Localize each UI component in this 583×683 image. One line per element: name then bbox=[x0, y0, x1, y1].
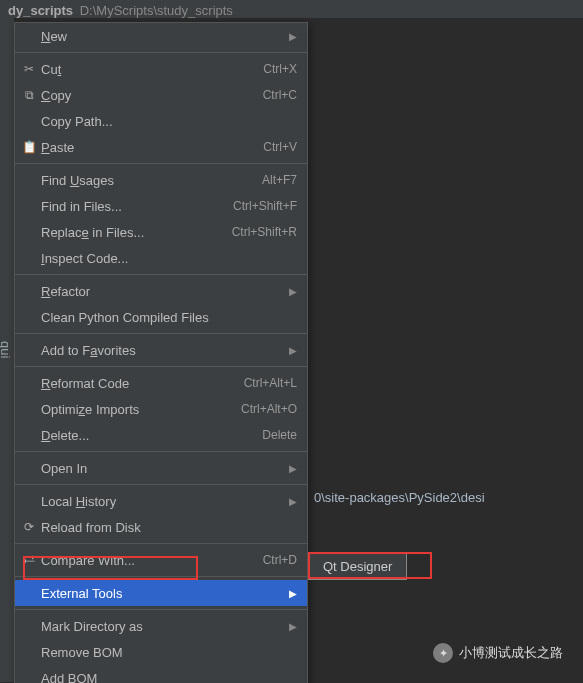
menu-cut[interactable]: ✂ CutCtrl+X bbox=[15, 56, 307, 82]
menu-separator bbox=[15, 543, 307, 544]
menu-external-tools[interactable]: External Tools▶ bbox=[15, 580, 307, 606]
paste-icon: 📋 bbox=[21, 140, 37, 154]
chevron-right-icon: ▶ bbox=[289, 31, 297, 42]
menu-separator bbox=[15, 609, 307, 610]
submenu-qt-designer[interactable]: Qt Designer bbox=[309, 554, 406, 579]
watermark: ✦ 小博测试成长之路 bbox=[433, 643, 563, 663]
menu-add-bom[interactable]: Add BOM bbox=[15, 665, 307, 683]
menu-find-in-files[interactable]: Find in Files...Ctrl+Shift+F bbox=[15, 193, 307, 219]
menu-copy[interactable]: ⧉ CopyCtrl+C bbox=[15, 82, 307, 108]
cut-icon: ✂ bbox=[21, 62, 37, 76]
menu-paste[interactable]: 📋 PasteCtrl+V bbox=[15, 134, 307, 160]
menu-compare-with[interactable]: ⮂ Compare With...Ctrl+D bbox=[15, 547, 307, 573]
code-line: 0\site-packages\PySide2\desi bbox=[314, 488, 583, 508]
menu-inspect-code[interactable]: Inspect Code... bbox=[15, 245, 307, 271]
reload-icon: ⟳ bbox=[21, 520, 37, 534]
menu-remove-bom[interactable]: Remove BOM bbox=[15, 639, 307, 665]
wechat-icon: ✦ bbox=[433, 643, 453, 663]
copy-icon: ⧉ bbox=[21, 88, 37, 102]
menu-reload-from-disk[interactable]: ⟳ Reload from Disk bbox=[15, 514, 307, 540]
chevron-right-icon: ▶ bbox=[289, 496, 297, 507]
menu-add-to-favorites[interactable]: Add to Favorites▶ bbox=[15, 337, 307, 363]
external-tools-submenu: Qt Designer bbox=[308, 553, 407, 580]
chevron-right-icon: ▶ bbox=[289, 286, 297, 297]
menu-mark-directory-as[interactable]: Mark Directory as▶ bbox=[15, 613, 307, 639]
compare-icon: ⮂ bbox=[21, 553, 37, 567]
project-path: D:\MyScripts\study_scripts bbox=[80, 3, 233, 18]
gutter-item[interactable]: gui bbox=[0, 18, 14, 683]
context-menu: New▶ ✂ CutCtrl+X ⧉ CopyCtrl+C Copy Path.… bbox=[14, 22, 308, 683]
menu-find-usages[interactable]: Find UsagesAlt+F7 bbox=[15, 167, 307, 193]
menu-replace-in-files[interactable]: Replace in Files...Ctrl+Shift+R bbox=[15, 219, 307, 245]
menu-separator bbox=[15, 366, 307, 367]
menu-optimize-imports[interactable]: Optimize ImportsCtrl+Alt+O bbox=[15, 396, 307, 422]
chevron-right-icon: ▶ bbox=[289, 621, 297, 632]
chevron-right-icon: ▶ bbox=[289, 463, 297, 474]
menu-separator bbox=[15, 274, 307, 275]
menu-copy-path[interactable]: Copy Path... bbox=[15, 108, 307, 134]
menu-reformat-code[interactable]: Reformat CodeCtrl+Alt+L bbox=[15, 370, 307, 396]
tool-window-bar: gui Sc bbox=[0, 18, 14, 683]
breadcrumb: dy_scripts D:\MyScripts\study_scripts bbox=[0, 0, 583, 18]
menu-refactor[interactable]: Refactor▶ bbox=[15, 278, 307, 304]
watermark-text: 小博测试成长之路 bbox=[459, 644, 563, 662]
menu-separator bbox=[15, 484, 307, 485]
menu-open-in[interactable]: Open In▶ bbox=[15, 455, 307, 481]
menu-separator bbox=[15, 52, 307, 53]
menu-delete[interactable]: Delete...Delete bbox=[15, 422, 307, 448]
menu-separator bbox=[15, 451, 307, 452]
chevron-right-icon: ▶ bbox=[289, 345, 297, 356]
menu-new[interactable]: New▶ bbox=[15, 23, 307, 49]
project-name: dy_scripts bbox=[8, 3, 73, 18]
menu-separator bbox=[15, 163, 307, 164]
chevron-right-icon: ▶ bbox=[289, 588, 297, 599]
menu-separator bbox=[15, 576, 307, 577]
menu-clean-python[interactable]: Clean Python Compiled Files bbox=[15, 304, 307, 330]
menu-local-history[interactable]: Local History▶ bbox=[15, 488, 307, 514]
menu-separator bbox=[15, 333, 307, 334]
